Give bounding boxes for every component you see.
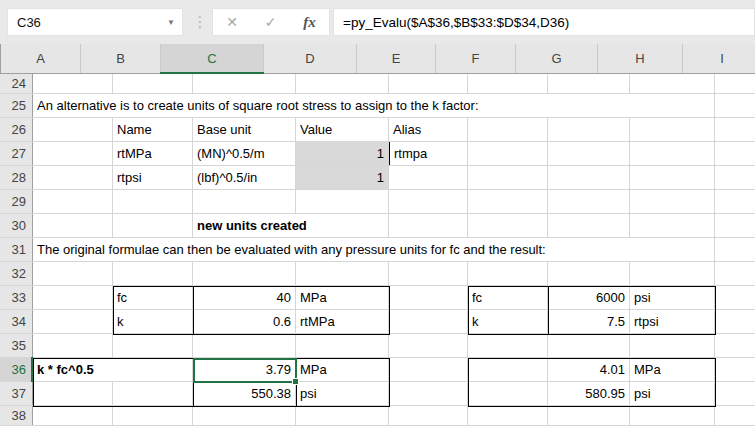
cell-C38[interactable]: [193, 406, 296, 425]
formula-input[interactable]: =py_Evalu($A$36,$B$33:$D$34,D36): [333, 8, 755, 36]
cell-E27[interactable]: rtmpa: [389, 142, 468, 165]
cell-I27[interactable]: [715, 142, 755, 165]
cell-C35[interactable]: [193, 334, 296, 357]
column-header-A[interactable]: A: [1, 44, 81, 73]
cell-A30[interactable]: [33, 214, 113, 237]
cell-D35[interactable]: [296, 334, 389, 357]
cell-E29[interactable]: [389, 190, 468, 213]
enter-icon[interactable]: ✓: [265, 14, 277, 30]
cell-D38[interactable]: [296, 406, 389, 425]
cell-G24[interactable]: [548, 74, 630, 93]
cell-G28[interactable]: [548, 166, 630, 189]
cell-G26[interactable]: [548, 118, 630, 141]
cell-I38[interactable]: [715, 406, 755, 425]
cell-F27[interactable]: [468, 142, 548, 165]
cell-F38[interactable]: [468, 406, 548, 425]
cell-A35[interactable]: [33, 334, 113, 357]
cell-D27[interactable]: 1: [296, 142, 389, 165]
cell-D33[interactable]: MPa: [296, 286, 389, 309]
cell-C26[interactable]: Base unit: [193, 118, 296, 141]
cell-E36[interactable]: [389, 358, 468, 381]
cell-E32[interactable]: [389, 262, 468, 285]
cell-G37[interactable]: 580.95: [548, 382, 630, 405]
cell-A37[interactable]: [33, 382, 113, 405]
cell-G33[interactable]: 6000: [548, 286, 630, 309]
cell-A38[interactable]: [33, 406, 113, 425]
row-header-31[interactable]: 31: [0, 238, 33, 261]
cell-D34[interactable]: rtMPa: [296, 310, 389, 333]
cell-G32[interactable]: [548, 262, 630, 285]
cell-D24[interactable]: [296, 74, 389, 93]
row-header-25[interactable]: 25: [0, 94, 33, 117]
cell-C36[interactable]: 3.79: [193, 358, 296, 381]
cell-D26[interactable]: Value: [296, 118, 389, 141]
cell-B30[interactable]: [113, 214, 193, 237]
row-header-32[interactable]: 32: [0, 262, 33, 285]
cell-C28[interactable]: (lbf)^0.5/in: [193, 166, 296, 189]
column-header-B[interactable]: B: [81, 44, 161, 73]
cell-G38[interactable]: [548, 406, 630, 425]
cell-I37[interactable]: [715, 382, 755, 405]
cell-D36[interactable]: MPa: [296, 358, 389, 381]
row-header-37[interactable]: 37: [0, 382, 33, 405]
cell-G36[interactable]: 4.01: [548, 358, 630, 381]
row-header-27[interactable]: 27: [0, 142, 33, 165]
cell-A24[interactable]: [33, 74, 113, 93]
cell-I25[interactable]: [715, 94, 755, 117]
cell-A33[interactable]: [33, 286, 113, 309]
row-header-33[interactable]: 33: [0, 286, 33, 309]
cell-E38[interactable]: [389, 406, 468, 425]
cell-I36[interactable]: [715, 358, 755, 381]
cell-F24[interactable]: [468, 74, 548, 93]
row-header-24[interactable]: 24: [0, 74, 33, 93]
cell-B27[interactable]: rtMPa: [113, 142, 193, 165]
row-header-38[interactable]: 38: [0, 406, 33, 425]
cell-E33[interactable]: [389, 286, 468, 309]
cell-B29[interactable]: [113, 190, 193, 213]
cell-D29[interactable]: [296, 190, 389, 213]
cell-D32[interactable]: [296, 262, 389, 285]
cell-H35[interactable]: [630, 334, 715, 357]
column-header-D[interactable]: D: [264, 44, 357, 73]
cell-C32[interactable]: [193, 262, 296, 285]
cell-H29[interactable]: [630, 190, 715, 213]
cell-A31[interactable]: The original formulae can then be evalua…: [33, 238, 715, 261]
cell-E26[interactable]: Alias: [389, 118, 468, 141]
cell-I24[interactable]: [715, 74, 755, 93]
cell-H38[interactable]: [630, 406, 715, 425]
row-header-35[interactable]: 35: [0, 334, 33, 357]
cell-B34[interactable]: k: [113, 310, 193, 333]
column-header-G[interactable]: G: [516, 44, 598, 73]
cell-F34[interactable]: k: [468, 310, 548, 333]
cell-E28[interactable]: [389, 166, 468, 189]
cell-A28[interactable]: [33, 166, 113, 189]
cell-C24[interactable]: [193, 74, 296, 93]
cell-F28[interactable]: [468, 166, 548, 189]
cell-I29[interactable]: [715, 190, 755, 213]
cell-B26[interactable]: Name: [113, 118, 193, 141]
cell-B24[interactable]: [113, 74, 193, 93]
cell-H24[interactable]: [630, 74, 715, 93]
cell-C34[interactable]: 0.6: [193, 310, 296, 333]
row-header-36[interactable]: 36: [0, 358, 33, 381]
cell-I30[interactable]: [715, 214, 755, 237]
cell-G29[interactable]: [548, 190, 630, 213]
column-header-E[interactable]: E: [357, 44, 436, 73]
cell-I34[interactable]: [715, 310, 755, 333]
row-header-34[interactable]: 34: [0, 310, 33, 333]
cell-A36[interactable]: k * fc^0.5: [33, 358, 193, 381]
cell-E34[interactable]: [389, 310, 468, 333]
cell-F36[interactable]: [468, 358, 548, 381]
cancel-icon[interactable]: ✕: [226, 14, 238, 30]
row-header-30[interactable]: 30: [0, 214, 33, 237]
cell-B33[interactable]: fc: [113, 286, 193, 309]
cell-H27[interactable]: [630, 142, 715, 165]
cell-H34[interactable]: rtpsi: [630, 310, 715, 333]
cell-B32[interactable]: [113, 262, 193, 285]
cell-C30[interactable]: new units created: [193, 214, 389, 237]
cell-G34[interactable]: 7.5: [548, 310, 630, 333]
cell-I31[interactable]: [715, 238, 755, 261]
name-box[interactable]: C36 ▼: [7, 8, 183, 36]
column-header-I[interactable]: I: [683, 44, 755, 73]
cell-H36[interactable]: MPa: [630, 358, 715, 381]
